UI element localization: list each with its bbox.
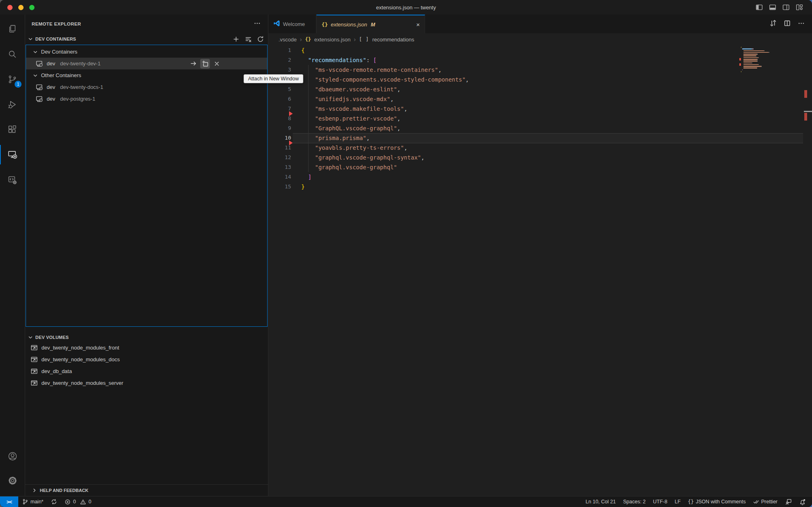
sidebar-pane-header: REMOTE EXPLORER — [25, 15, 268, 33]
volume-row-dev_twenty_node_modules_front[interactable]: dev_twenty_node_modules_front — [25, 342, 268, 354]
line-number: 6 — [268, 94, 291, 104]
status-item-notifications[interactable] — [795, 496, 810, 507]
line-number: 10 — [268, 133, 291, 143]
tree-group-dev-containers[interactable]: Dev Containers — [26, 46, 267, 58]
customize-layout-icon[interactable] — [796, 4, 803, 11]
volume-row-dev_twenty_node_modules_server[interactable]: dev_twenty_node_modules_server — [25, 377, 268, 389]
activity-bar-item-source-control[interactable]: 1 — [0, 67, 25, 92]
open-changes-icon[interactable] — [769, 19, 777, 28]
status-item-formatter[interactable]: Prettier — [749, 496, 781, 507]
remote-indicator[interactable]: >< — [0, 496, 18, 507]
code-line-3[interactable]: 3 "ms-vscode-remote.remote-containers", — [268, 65, 812, 75]
status-item-cursor-position[interactable]: Ln 10, Col 21 — [582, 496, 619, 507]
code-line-5[interactable]: 5 "dbaeumer.vscode-eslint", — [268, 84, 812, 94]
code-line-14[interactable]: 14 ] — [268, 172, 812, 182]
chevron-down-icon — [28, 334, 33, 340]
line-number: 8 — [268, 114, 291, 123]
chevron-right-icon — [32, 488, 37, 493]
code-line-6[interactable]: 6 "unifiedjs.vscode-mdx", — [268, 94, 812, 104]
code-line-13[interactable]: 13 "graphql.vscode-graphql" — [268, 162, 812, 172]
ruler-deleted-mark — [804, 113, 807, 121]
symbol-array-icon: [ ] — [359, 37, 369, 42]
tab-welcome[interactable]: Welcome — [268, 15, 316, 33]
status-item-indentation[interactable]: Spaces: 2 — [620, 496, 650, 507]
close-tab-icon[interactable]: × — [416, 21, 420, 28]
toggle-secondary-sidebar-icon[interactable] — [782, 4, 790, 11]
container-row-dev-twenty-docs-1[interactable]: devdev-twenty-docs-1 — [26, 81, 267, 93]
status-item-problems[interactable]: 00 — [61, 496, 95, 507]
dev-containers-actions — [233, 36, 264, 43]
tab-extensions-json[interactable]: {} extensions.json M × — [316, 15, 425, 33]
more-actions-icon[interactable] — [254, 20, 261, 28]
attach-in-current-window-icon[interactable] — [188, 59, 198, 69]
line-number: 11 — [268, 143, 291, 153]
stop-container-icon[interactable] — [212, 59, 222, 69]
code-editor[interactable]: 1{2 "recommendations": [3 "ms-vscode-rem… — [268, 45, 812, 496]
ruler-deleted-mark — [804, 90, 807, 98]
minimap-deleted-marker — [739, 63, 741, 66]
code-line-10[interactable]: 10 "prisma.prisma", — [268, 133, 812, 143]
status-item-eol[interactable]: LF — [671, 496, 685, 507]
editor-actions — [769, 15, 805, 33]
code-line-2[interactable]: 2 "recommendations": [ — [268, 55, 812, 65]
attach-in-new-window-icon[interactable] — [200, 59, 210, 69]
code-line-9[interactable]: 9 "GraphQL.vscode-graphql", — [268, 123, 812, 133]
vscode-logo-icon — [273, 20, 280, 28]
activity-bar-item-dev-containers[interactable] — [0, 167, 25, 192]
tooltip-attach-in-new-window: Attach in New Window — [244, 74, 303, 83]
activity-bar-item-remote-explorer[interactable] — [0, 142, 25, 167]
activity-bar-item-search[interactable] — [0, 41, 25, 67]
activity-bar-item-manage[interactable] — [0, 468, 25, 493]
container-row-dev-twenty-dev-1[interactable]: devdev-twenty-dev-1 — [26, 58, 267, 69]
refresh-icon[interactable] — [257, 36, 264, 43]
status-item-encoding[interactable]: UTF-8 — [649, 496, 671, 507]
braces-icon: {} — [688, 499, 693, 505]
code-line-1[interactable]: 1{ — [268, 45, 812, 55]
overview-ruler[interactable] — [804, 45, 812, 496]
git-deleted-marker[interactable] — [289, 111, 293, 116]
code-line-12[interactable]: 12 "graphql.vscode-graphql-syntax", — [268, 153, 812, 162]
status-item-feedback[interactable] — [781, 496, 795, 507]
status-item-language-mode[interactable]: {}JSON with Comments — [684, 496, 749, 507]
activity-bar-item-extensions[interactable] — [0, 117, 25, 142]
section-header-help-and-feedback[interactable]: HELP AND FEEDBACK — [25, 484, 268, 496]
sync-icon — [51, 498, 57, 505]
activity-bar-item-explorer[interactable] — [0, 16, 25, 41]
check-icon — [753, 499, 759, 505]
tree-group-other-containers[interactable]: Other Containers — [26, 69, 267, 81]
breadcrumb-file[interactable]: extensions.json — [314, 37, 351, 43]
activity-bar-item-run-and-debug[interactable] — [0, 92, 25, 117]
breadcrumb-folder[interactable]: .vscode — [279, 37, 297, 43]
toggle-panel-icon[interactable] — [769, 4, 776, 11]
code-line-11[interactable]: 11 "yoavbls.pretty-ts-errors", — [268, 143, 812, 153]
breadcrumb-separator: › — [300, 36, 302, 43]
toggle-primary-sidebar-icon[interactable] — [756, 4, 763, 11]
code-line-8[interactable]: 8 "esbenp.prettier-vscode", — [268, 114, 812, 123]
volume-icon — [30, 344, 38, 352]
activity-bar-item-accounts[interactable] — [0, 444, 25, 468]
more-actions-icon[interactable] — [798, 20, 805, 28]
chevron-down-icon — [32, 73, 38, 78]
line-number: 7 — [268, 104, 291, 114]
code-line-15[interactable]: 15} — [268, 182, 812, 192]
status-item-branch[interactable]: main* — [18, 496, 47, 507]
activity-bar: 1 — [0, 15, 25, 496]
clean-up-dev-containers-icon[interactable] — [245, 36, 252, 43]
container-row-dev-postgres-1[interactable]: devdev-postgres-1 — [26, 93, 267, 105]
line-number: 1 — [268, 45, 291, 55]
git-deleted-marker[interactable] — [289, 140, 293, 145]
section-header-dev-volumes[interactable]: DEV VOLUMES — [25, 332, 268, 343]
code-line-7[interactable]: 7 "ms-vscode.makefile-tools", — [268, 104, 812, 114]
status-item-sync[interactable] — [47, 496, 61, 507]
volume-row-dev_db_data[interactable]: dev_db_data — [25, 365, 268, 377]
split-editor-icon[interactable] — [784, 19, 791, 28]
tab-bar: Welcome {} extensions.json M × — [268, 15, 812, 33]
line-number: 12 — [268, 153, 291, 162]
breadcrumb-symbol[interactable]: recommendations — [372, 37, 414, 43]
new-dev-container-icon[interactable] — [233, 36, 240, 43]
line-number: 3 — [268, 65, 291, 75]
section-header-dev-containers[interactable]: DEV CONTAINERS — [25, 33, 268, 45]
code-line-4[interactable]: 4 "styled-components.vscode-styled-compo… — [268, 75, 812, 84]
minimap[interactable] — [741, 47, 773, 73]
volume-row-dev_twenty_node_modules_docs[interactable]: dev_twenty_node_modules_docs — [25, 354, 268, 365]
